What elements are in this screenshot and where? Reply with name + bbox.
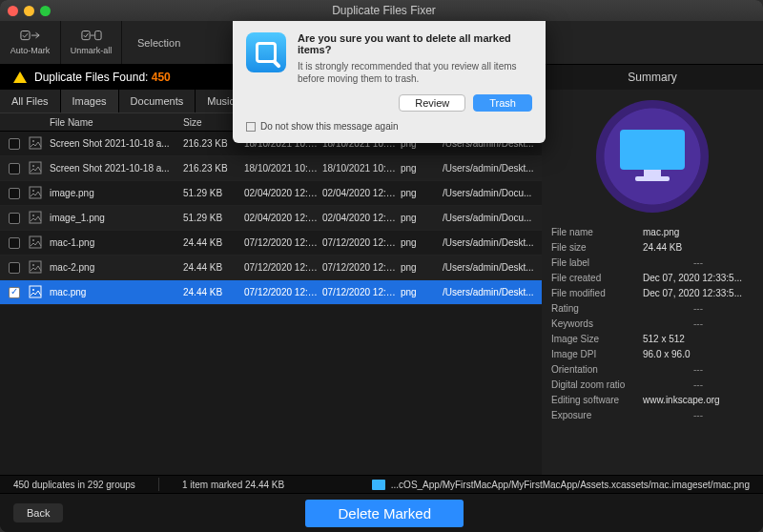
cell-filename: Screen Shot 2021-10-18 a... [50,163,183,174]
trash-button[interactable]: Trash [473,94,532,112]
cell-size: 51.29 KB [183,213,244,223]
close-icon[interactable] [8,6,18,16]
duplicates-count: 450 [152,71,171,84]
cell-date-2: 07/12/2020 12:34:... [322,237,401,248]
footer: Back Delete Marked [0,494,763,532]
unmarkall-button[interactable]: Unmark-all [61,21,122,64]
meta-value: --- [643,379,753,395]
svg-point-6 [32,165,34,167]
image-file-icon [29,186,42,199]
cell-size: 24.44 KB [183,287,244,297]
tab-all-files[interactable]: All Files [0,90,61,113]
meta-key: Image Size [551,334,643,349]
svg-rect-13 [30,261,41,273]
cell-type: png [401,188,443,198]
meta-value: 512 x 512 [643,334,753,349]
meta-value: --- [643,318,753,334]
meta-row: Digital zoom ratio--- [551,379,753,395]
meta-row: File createdDec 07, 2020 12:33:5... [551,273,753,288]
traffic-lights [8,6,51,16]
cell-filename: image_1.png [50,213,183,223]
svg-rect-15 [30,286,41,297]
meta-value: --- [643,364,753,379]
delete-marked-button[interactable]: Delete Marked [305,500,464,527]
meta-row: Orientation--- [551,364,753,379]
cell-filename: mac-1.png [50,237,183,248]
table-row[interactable]: mac-1.png24.44 KB07/12/2020 12:34:...07/… [0,231,542,256]
cell-date-1: 07/12/2020 12:34:... [244,237,322,248]
folder-icon [372,480,385,490]
meta-key: Digital zoom ratio [551,379,643,395]
row-checkbox[interactable] [9,213,20,224]
meta-key: Orientation [551,364,643,379]
svg-point-4 [32,140,34,142]
svg-point-8 [32,190,34,192]
meta-row: Keywords--- [551,318,753,334]
back-button[interactable]: Back [13,503,63,522]
cell-type: png [401,262,443,273]
svg-point-14 [32,264,34,266]
meta-key: Keywords [551,318,643,334]
svg-rect-2 [94,31,100,40]
cell-date-2: 18/10/2021 10:55:... [322,163,401,174]
status-path: ...cOS_App/MyFirstMacApp/MyFirstMacApp/A… [391,480,750,490]
meta-row: File size24.44 KB [551,242,753,257]
row-checkbox[interactable] [9,287,20,298]
table-row[interactable]: image_1.png51.29 KB02/04/2020 12:34:...0… [0,206,542,231]
cell-filename: image.png [50,188,183,198]
meta-value: Dec 07, 2020 12:33:5... [643,273,753,288]
col-filename[interactable]: File Name [50,117,183,128]
review-button[interactable]: Review [399,94,465,112]
svg-rect-5 [30,162,41,174]
tab-documents[interactable]: Documents [119,90,196,113]
image-file-icon [29,211,42,224]
meta-key: Rating [551,303,643,318]
cell-date-1: 07/12/2020 12:33:... [244,287,322,297]
row-checkbox[interactable] [9,163,20,174]
cell-type: png [401,237,443,248]
svg-point-16 [32,289,34,291]
cell-date-2: 07/12/2020 12:34:... [322,262,401,273]
meta-value: www.inkscape.org [643,395,753,410]
dialog-title: Are you sure you want to delete all mark… [298,32,532,55]
table-row[interactable]: Screen Shot 2021-10-18 a...216.23 KB18/1… [0,156,542,181]
summary-metadata: File namemac.pngFile size24.44 KBFile la… [542,223,763,429]
unmarkall-label: Unmark-all [71,46,113,55]
meta-row: Image Size512 x 512 [551,334,753,349]
dns-checkbox[interactable] [246,122,256,132]
zoom-icon[interactable] [40,6,51,16]
titlebar: Duplicate Files Fixer [0,0,763,21]
row-checkbox[interactable] [9,138,20,150]
table-row[interactable]: mac-2.png24.44 KB07/12/2020 12:34:...07/… [0,256,542,280]
window-title: Duplicate Files Fixer [51,4,717,17]
cell-filename: Screen Shot 2021-10-18 a... [50,138,183,149]
image-file-icon [29,136,42,150]
cell-date-1: 02/04/2020 12:34:... [244,213,322,223]
row-checkbox[interactable] [9,188,20,199]
cell-type: png [401,213,443,223]
cell-date-1: 02/04/2020 12:06:... [244,188,322,198]
cell-size: 216.23 KB [183,163,244,174]
meta-key: File size [551,242,643,257]
summary-pane: Summary File namemac.pngFile size24.44 K… [542,65,763,475]
file-table: Screen Shot 2021-10-18 a...216.23 KB18/1… [0,132,542,305]
table-row[interactable]: image.png51.29 KB02/04/2020 12:06:...02/… [0,181,542,206]
cell-path: /Users/admin/Deskt... [443,163,542,174]
summary-preview [542,90,763,223]
cell-path: /Users/admin/Docu... [443,213,542,223]
meta-key: Editing software [551,395,643,410]
warning-icon [13,72,27,83]
meta-value: --- [643,303,753,318]
tab-images[interactable]: Images [61,90,119,113]
selection-segment[interactable]: Selection [122,21,196,64]
meta-value: --- [643,410,753,425]
row-checkbox[interactable] [9,237,20,249]
row-checkbox[interactable] [9,262,20,274]
minimize-icon[interactable] [24,6,34,16]
automark-button[interactable]: Auto-Mark [0,21,61,64]
app-window: Duplicate Files Fixer Auto-Mark Unmark-a… [0,0,763,532]
duplicates-found-label: Duplicate Files Found: [34,71,148,84]
meta-row: File label--- [551,257,753,273]
table-row[interactable]: mac.png24.44 KB07/12/2020 12:33:...07/12… [0,280,542,305]
svg-rect-1 [81,31,89,40]
